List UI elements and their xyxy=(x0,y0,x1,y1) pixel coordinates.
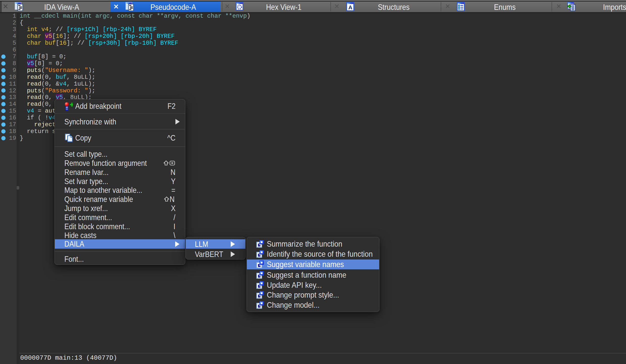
svg-text:A: A xyxy=(348,4,352,11)
